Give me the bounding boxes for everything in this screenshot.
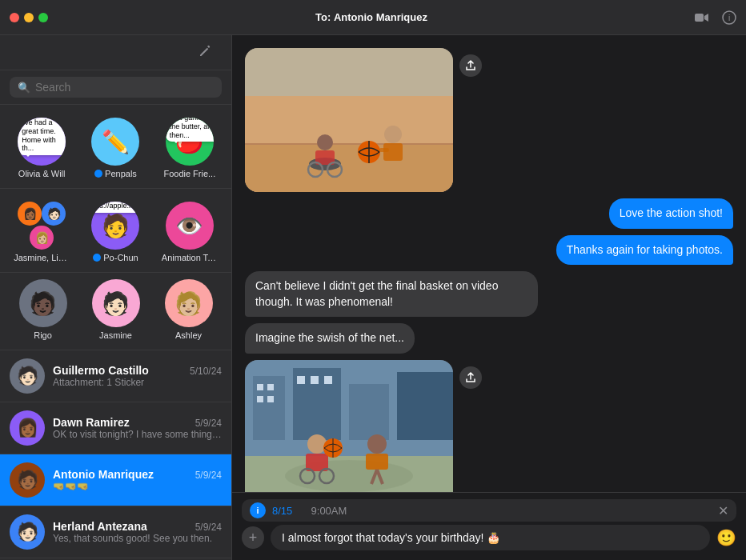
pinned-name-olivia-will: Olivia & Will [18,169,66,178]
conv-content-guillermo: Guillermo Castillo 5/10/24 Attachment: 1… [53,364,222,388]
conv-content-herland: Herland Antezana 5/9/24 Yes, that sounds… [53,520,222,544]
conv-item-guillermo[interactable]: 🧑🏻 Guillermo Castillo 5/10/24 Attachment… [0,350,231,402]
input-time: 9:00AM [311,505,347,517]
svg-point-31 [307,434,327,454]
conv-item-antonio[interactable]: 🧑🏾 Antonio Manriquez 5/9/24 🤜🤜🤜 [0,454,231,506]
message-input[interactable] [271,525,710,550]
svg-rect-21 [397,372,453,440]
pinned-name-jasmine-liz: Jasmine, Liz &... [14,253,70,262]
pinned-item-foodie[interactable]: 🍅 Add garlic to the butter, and then... … [154,114,225,182]
svg-point-30 [285,460,413,492]
conv-item-dawn[interactable]: 👩🏾 Dawn Ramirez 5/9/24 OK to visit tonig… [0,402,231,454]
tooltip-olivia: We had a great time. Home with th... [18,118,66,155]
minimize-button[interactable] [24,13,34,22]
conv-preview-dawn: OK to visit tonight? I have some things … [53,429,222,440]
svg-rect-39 [366,454,388,470]
conv-preview-guillermo: Attachment: 1 Sticker [53,377,222,388]
add-attachment-button[interactable]: + [242,526,264,549]
pinned-name-jasmine2: Jasmine [99,330,132,340]
title-bar-right: i [695,10,736,25]
pinned-name-pochun: Po-Chun [93,253,138,262]
pinned-name-animation-team: Animation Team [162,253,218,262]
svg-rect-4 [245,144,453,192]
message-photo2 [245,360,733,492]
svg-rect-25 [267,396,274,402]
svg-rect-0 [695,14,704,22]
chat-photo-1 [245,48,453,192]
video-call-button[interactable] [695,12,709,23]
pinned-item-animation-team[interactable]: 👁️ Animation Team [154,198,225,266]
pinned-name-rigo: Rigo [34,330,52,340]
chat-photo-2 [245,360,453,492]
maximize-button[interactable] [38,13,48,22]
svg-point-38 [367,434,387,454]
input-area: i 8/15 9:00AM ✕ + 🙂 [232,492,746,560]
svg-rect-28 [324,376,332,384]
search-icon: 🔍 [18,82,30,94]
conv-name-guillermo: Guillermo Castillo [53,364,149,377]
input-counter: 8/15 [272,505,292,517]
group-avatar-jasmine-liz: 👩🏾 🧑🏻 👩🏼 [18,202,66,250]
conv-preview-herland: Yes, that sounds good! See you then. [53,533,222,544]
message-thanks-photos: Thanks again for taking photos. [245,235,733,266]
pinned-row-2: 👩🏾 🧑🏻 👩🏼 Jasmine, Liz &... 🧑 15x crosswo… [0,189,231,273]
pinned-item-olivia-will[interactable]: 👩🏾 We had a great time. Home with th... … [6,114,77,182]
pinned-item-jasmine2[interactable]: 🧑🏻 Jasmine [79,276,152,343]
share-button-1[interactable] [459,54,482,77]
conv-date-guillermo: 5/10/24 [190,366,222,377]
svg-rect-15 [379,148,389,152]
sidebar: 🔍 👩🏾 We had a great time. Home with th..… [0,35,232,560]
conv-date-antonio: 5/9/24 [195,470,222,481]
close-button[interactable] [10,13,19,22]
input-separator [299,505,304,517]
svg-rect-26 [297,376,305,384]
pinned-item-rigo[interactable]: 🧑🏿 Rigo [6,276,79,343]
message-swish: Imagine the swish of the net... [245,323,733,354]
pinned-item-penpals[interactable]: ✏️ Penpals [80,114,150,182]
svg-rect-20 [349,384,389,440]
compose-button[interactable] [198,44,212,62]
svg-rect-16 [245,48,453,96]
title-bar: To: Antonio Manriquez i [0,0,746,35]
conv-item-herland[interactable]: 🧑🏻 Herland Antezana 5/9/24 Yes, that sou… [0,506,231,558]
info-button[interactable]: i [722,10,736,25]
bubble-cant-believe: Can't believe I didn't get the final bas… [245,271,538,317]
input-bottom-row: + 🙂 [242,525,736,550]
conv-preview-antonio: 🤜🤜🤜 [53,481,222,492]
bubble-thanks-photos: Thanks again for taking photos. [556,235,733,266]
search-input[interactable] [35,81,214,94]
imessage-indicator: i [250,502,266,518]
emoji-button[interactable]: 🙂 [716,528,736,547]
pinned-item-po-chun[interactable]: 🧑 15x crossword: https://apple.news/... … [80,198,150,266]
conv-name-herland: Herland Antezana [53,520,147,533]
messages-container: Love the action shot! Thanks again for t… [232,35,746,492]
pinned-name-ashley: Ashley [175,330,202,340]
svg-text:i: i [728,14,730,22]
tooltip-foodie: Add garlic to the butter, and then... [166,118,214,142]
pinned-name-penpals: Penpals [94,169,137,178]
pinned-item-jasmine-liz[interactable]: 👩🏾 🧑🏻 👩🏼 Jasmine, Liz &... [6,198,77,266]
unread-dot [94,170,102,178]
conv-name-antonio: Antonio Manriquez [53,468,154,481]
svg-rect-24 [257,396,263,402]
pinned-item-ashley[interactable]: 🧑🏼 Ashley [152,276,225,343]
conv-name-dawn: Dawn Ramirez [53,416,130,429]
message-love-shot: Love the action shot! [245,198,733,229]
tooltip-pochun: 15x crossword: https://apple.news/... [91,202,139,213]
pinned-row-1: 👩🏾 We had a great time. Home with th... … [0,105,231,189]
conv-date-dawn: 5/9/24 [195,418,222,429]
svg-rect-27 [311,376,319,384]
main-layout: 🔍 👩🏾 We had a great time. Home with th..… [0,35,746,560]
input-top-row: i 8/15 9:00AM ✕ [242,499,736,522]
conv-content-antonio: Antonio Manriquez 5/9/24 🤜🤜🤜 [53,468,222,492]
svg-rect-22 [257,384,263,390]
svg-rect-23 [267,384,274,390]
svg-point-13 [384,126,402,143]
share-button-2[interactable] [459,366,482,389]
bubble-swish: Imagine the swish of the net... [245,323,415,354]
message-photo1 [245,48,733,192]
conv-date-herland: 5/9/24 [195,522,222,533]
search-input-wrapper[interactable]: 🔍 [10,77,222,98]
bubble-love-shot: Love the action shot! [609,198,733,229]
input-close-button[interactable]: ✕ [718,503,728,518]
